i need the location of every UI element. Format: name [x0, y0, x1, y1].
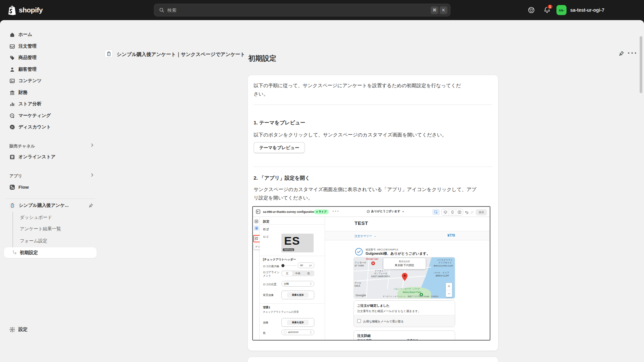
- device-toggle-group: [441, 209, 463, 216]
- map-attribution: キーボード ショートカット 地図データ ©2025 Google 利用規約: [383, 295, 439, 298]
- sidebar-subitem-survey-results[interactable]: アンケート結果一覧: [4, 224, 97, 234]
- form-bg-image-upload: 画像を追加: [281, 318, 314, 327]
- editor-topbar: sa-096-ur-thanks-survey configuration ライ…: [253, 207, 490, 217]
- chevron-right-icon[interactable]: [90, 143, 95, 147]
- chevron-down-icon: [374, 235, 376, 238]
- card-divider: [254, 105, 492, 105]
- kbd-k-badge: K: [440, 6, 447, 14]
- logo-align-label: ロゴアラインメント: [263, 271, 280, 278]
- subitem-label: 初期設定: [20, 250, 38, 256]
- sidebar-item-label: 注文管理: [18, 43, 93, 49]
- map-label-east-danforth-en: EAST DANFORTH: [371, 275, 390, 278]
- payment-method-label: 決済方法: [407, 339, 418, 341]
- sidebar-item-label: 顧客管理: [18, 66, 93, 72]
- exit-editor-icon: [256, 209, 261, 214]
- sidebar-item-products[interactable]: 商品管理: [4, 52, 97, 63]
- map-marker-icon: [402, 273, 408, 281]
- search-input[interactable]: [167, 8, 429, 13]
- newsletter-checkbox: [357, 319, 361, 323]
- shipping-map: Michael Garr H ストヨーク ST YORK イースト・ ダンフォー…: [354, 257, 455, 299]
- stepper-icon: [310, 282, 312, 285]
- sections-icon: [255, 220, 258, 223]
- more-actions-icon[interactable]: [628, 50, 637, 55]
- step2-body: サンクスページのカスタマイズ画面左側に表示されている「アプリ」アイコンをクリック…: [254, 185, 479, 202]
- step1-body: 以下のボタンをクリックして、サンクスページのカスタマイズ画面を開いてください。: [254, 131, 488, 139]
- map-label-hospital: Michael Garr: [366, 258, 378, 260]
- pin-page-icon[interactable]: [618, 51, 624, 57]
- add-image-button: 画像を追加: [287, 292, 308, 298]
- logo-position-value: 全幅: [284, 282, 289, 286]
- account-menu[interactable]: sa- sa-test-ur-ogi-7: [556, 5, 604, 15]
- flow-app-icon: [9, 184, 15, 190]
- logo-field-label: ロゴ: [263, 235, 268, 239]
- sidebar-item-marketing[interactable]: マーケティング: [4, 110, 97, 121]
- map-label-park-en: Balmy Beach Park: [403, 291, 421, 294]
- sidebar-item-online-store[interactable]: オンラインストア: [4, 152, 97, 162]
- checkout-header-section: [チェックアウトヘッダー: [263, 258, 296, 262]
- sidebar-item-customers[interactable]: 顧客管理: [4, 64, 97, 75]
- editor-toolbar-right: 保存: [432, 209, 489, 216]
- page-title: 初期設定: [248, 54, 276, 63]
- sidebar-item-settings[interactable]: 設定: [4, 324, 97, 335]
- page-selector-label: ありがとうございます: [371, 209, 400, 214]
- color-select: #FFFFFF: [281, 329, 314, 335]
- corner-arrow-icon: [12, 250, 17, 255]
- sidebar-item-flow[interactable]: Flow: [4, 182, 97, 192]
- logo-thumbnail: ES TEST.png: [281, 234, 314, 252]
- image-field-label: 画像: [263, 321, 268, 324]
- thanks-heading: Gulgowski様、ありがとうございます。: [366, 251, 430, 256]
- order-confirmed-card: ご注文が確定しました 注文番号を含む確認メールがまもなく届きます。 お得な情報を…: [354, 300, 455, 327]
- hospital-icon: H: [371, 261, 375, 265]
- sidebar-subitem-form-settings[interactable]: フォーム設定: [4, 236, 97, 246]
- map-tooltip: 配送先住所 東京都 千代田区: [383, 258, 426, 269]
- breadcrumb[interactable]: シンプル購入後アンケート｜サンクスページでアンケート: [117, 51, 245, 58]
- search-icon: [159, 7, 164, 13]
- notifications-bell[interactable]: 1: [543, 6, 551, 14]
- card-divider: [254, 167, 492, 167]
- panel-title: 設定: [263, 220, 269, 224]
- image-icon: [9, 78, 15, 84]
- step1-heading: 1. テーマをプレビュー: [254, 120, 305, 126]
- step2-heading: 2. 「アプリ」設定を開く: [254, 175, 310, 181]
- order-confirmed-body: 注文番号を含む確認メールがまもなく届きます。: [357, 309, 421, 313]
- avatar: sa-: [556, 5, 567, 15]
- home-icon: [9, 32, 15, 38]
- sidebar-item-analytics[interactable]: ストア分析: [4, 99, 97, 109]
- discount-badge-icon: [9, 124, 15, 130]
- map-label-birchcliffe-jp1: バーチクリフ＝: [437, 259, 452, 261]
- order-details-title: 注文詳細: [357, 334, 371, 338]
- map-label-birch-cliff-jp: バーチ・クリフ: [434, 272, 449, 274]
- global-search[interactable]: ⌘ K: [154, 4, 450, 16]
- live-status-badge: ライブ: [314, 209, 329, 214]
- sidebar-item-finance[interactable]: 財務: [4, 87, 97, 98]
- chevron-right-icon[interactable]: [90, 173, 95, 177]
- newsletter-band: お得な情報をメールで受け取る: [354, 315, 455, 327]
- sidebar-item-content[interactable]: コンテンツ: [4, 75, 97, 86]
- page-scrollbar[interactable]: [640, 36, 642, 93]
- sidebar-item-survey-app[interactable]: シンプル購入後アンケ...: [4, 200, 97, 211]
- shopify-logo[interactable]: shopify: [7, 5, 43, 15]
- map-label-birch-cliff-en: BIRCH CLIFF: [436, 275, 449, 277]
- add-image-button: 画像を追加: [287, 320, 308, 325]
- panel-divider: [260, 256, 325, 256]
- order-summary-band: 注文サマリー ¥770: [325, 231, 490, 240]
- undo-icon: [465, 210, 469, 214]
- pin-icon[interactable]: [88, 203, 93, 208]
- sidebar-subitem-dashboard[interactable]: ダッシュボード: [4, 212, 97, 223]
- preview-theme-button[interactable]: テーマをプレビュー: [254, 142, 305, 153]
- sidebar-item-home[interactable]: ホーム: [4, 29, 97, 40]
- color-field-label: 色: [263, 331, 266, 335]
- logo-width-value: 80: [300, 264, 303, 267]
- sidebar-item-label: シンプル購入後アンケ...: [19, 202, 85, 208]
- sidebar-item-label: Flow: [18, 185, 93, 190]
- sidebar-item-discounts[interactable]: ディスカウント: [4, 122, 97, 132]
- logo-align-segmented: 左 中央 右: [281, 270, 314, 276]
- store-name: TEST: [355, 220, 368, 226]
- sidebar-subitem-initial-setup[interactable]: 初期設定: [4, 247, 97, 258]
- inbox-mask-icon[interactable]: [528, 6, 535, 14]
- map-label-birchcliffe-jp2: クリフサイド: [438, 261, 452, 264]
- sidebar-item-orders[interactable]: 注文管理: [4, 41, 97, 52]
- subitem-label: フォーム設定: [20, 238, 47, 244]
- apps-header: アプリ: [9, 173, 22, 179]
- sidebar-item-label: コンテンツ: [18, 78, 93, 84]
